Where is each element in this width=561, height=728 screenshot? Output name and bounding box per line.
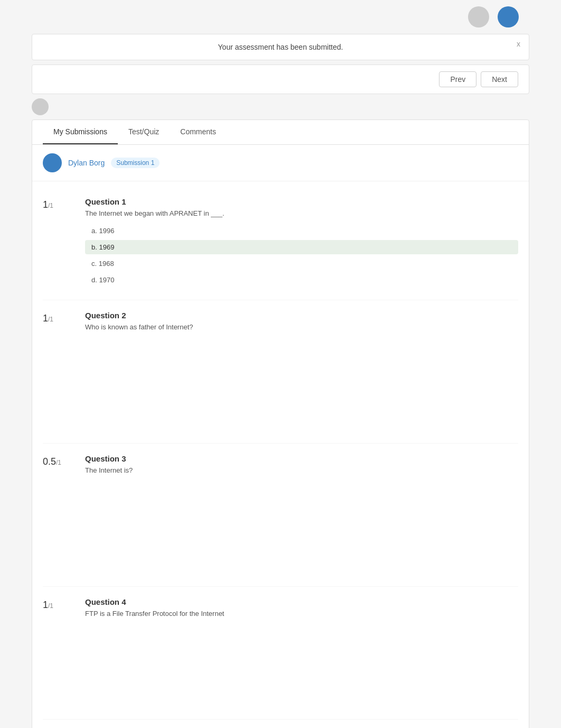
tabs-bar: My Submissions Test/Quiz Comments	[32, 120, 529, 145]
main-container: My Submissions Test/Quiz Comments Dylan …	[32, 119, 529, 728]
question-text-3: The Internet is?	[85, 466, 518, 474]
question-row-1: 1/1 Question 1 The Internet we began wit…	[43, 187, 518, 300]
user-avatar	[43, 153, 62, 172]
question-text-2: Who is known as father of Internet?	[85, 323, 518, 331]
score-q3: 0.5/1	[43, 454, 74, 576]
tab-comments[interactable]: Comments	[170, 120, 227, 144]
top-bar	[0, 0, 561, 34]
avatar-active[interactable]	[498, 6, 519, 27]
question-row-5: 1/1 Question 5 Email is sent using the S…	[43, 720, 518, 728]
tab-my-submissions[interactable]: My Submissions	[43, 120, 118, 144]
score-q4: 1/1	[43, 597, 74, 708]
option-1d[interactable]: d. 1970	[85, 273, 518, 287]
question-title-4: Question 4	[85, 597, 518, 606]
question-row-2: 1/1 Question 2 Who is known as father of…	[43, 300, 518, 444]
user-name: Dylan Borg	[68, 159, 105, 167]
question-text-4: FTP is a File Transfer Protocol for the …	[85, 610, 518, 618]
tab-test-quiz[interactable]: Test/Quiz	[118, 120, 170, 144]
question-row-4: 1/1 Question 4 FTP is a File Transfer Pr…	[43, 587, 518, 720]
score-q1: 1/1	[43, 197, 74, 289]
question-col-4: Question 4 FTP is a File Transfer Protoc…	[85, 597, 518, 708]
question-row-3: 0.5/1 Question 3 The Internet is?	[43, 444, 518, 587]
submission-label: Submission 1	[111, 158, 160, 168]
nav-bar: Prev Next	[32, 64, 529, 94]
question-text-1: The Internet we began with APRANET in __…	[85, 209, 518, 217]
submission-header: Dylan Borg Submission 1	[32, 145, 529, 181]
score-q2: 1/1	[43, 311, 74, 432]
question-col-1: Question 1 The Internet we began with AP…	[85, 197, 518, 289]
avatar-inactive[interactable]	[468, 6, 489, 27]
question-title-3: Question 3	[85, 454, 518, 463]
question-col-2: Question 2 Who is known as father of Int…	[85, 311, 518, 432]
close-notification-button[interactable]: x	[517, 40, 520, 48]
question-title-2: Question 2	[85, 311, 518, 320]
questions-area: 1/1 Question 1 The Internet we began wit…	[32, 181, 529, 728]
option-1c[interactable]: c. 1968	[85, 256, 518, 271]
question-title-1: Question 1	[85, 197, 518, 206]
option-1b[interactable]: b. 1969	[85, 240, 518, 254]
option-1a[interactable]: a. 1996	[85, 224, 518, 238]
next-button[interactable]: Next	[481, 71, 518, 87]
question-col-3: Question 3 The Internet is?	[85, 454, 518, 576]
small-avatar[interactable]	[32, 98, 49, 115]
notification-banner: Your assessment has been submitted. x	[32, 34, 529, 60]
notification-text: Your assessment has been submitted.	[218, 43, 343, 51]
prev-button[interactable]: Prev	[439, 71, 476, 87]
